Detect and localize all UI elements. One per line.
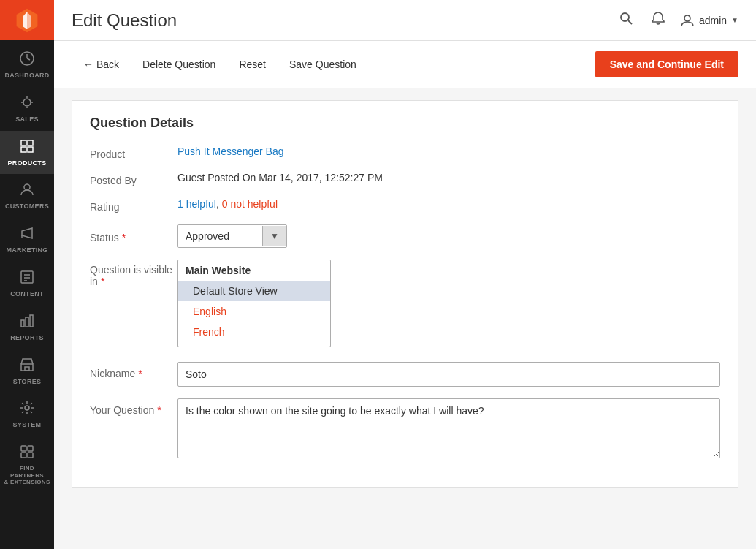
status-select[interactable]: Approved Pending Rejected (178, 225, 262, 247)
sidebar-item-label: SYSTEM (13, 421, 42, 429)
sidebar-item-label: CONTENT (10, 290, 44, 298)
user-icon (680, 13, 695, 28)
reset-button[interactable]: Reset (227, 53, 278, 76)
rating-label: Rating (90, 198, 177, 213)
sidebar-item-content[interactable]: CONTENT (0, 262, 54, 306)
question-field: Is the color shown on the site going to … (177, 398, 720, 461)
svg-rect-15 (25, 367, 29, 371)
sidebar-item-customers[interactable]: CUSTOMERS (0, 174, 54, 218)
svg-point-23 (684, 15, 690, 21)
marketing-icon (19, 225, 35, 243)
sidebar-item-sales[interactable]: SALES (0, 87, 54, 131)
status-row: Status* Approved Pending Rejected ▼ (90, 224, 720, 248)
system-icon (19, 400, 35, 418)
sidebar-item-label: DASHBOARD (4, 72, 49, 80)
svg-point-4 (23, 99, 31, 106)
rating-row: Rating 1 helpful, 0 not helpful (90, 198, 720, 213)
status-field: Approved Pending Rejected ▼ (177, 224, 720, 248)
question-label: Your Question* (90, 398, 177, 416)
sidebar-item-label: STORES (13, 378, 42, 386)
reports-icon (19, 313, 35, 331)
select-arrow-icon: ▼ (262, 226, 286, 246)
sidebar-logo (0, 0, 54, 40)
rating-value: 1 helpful, 0 not helpful (177, 198, 720, 210)
save-continue-button[interactable]: Save and Continue Edit (595, 51, 738, 77)
question-details-section: Question Details Product Push It Messeng… (72, 100, 738, 488)
listbox-item-english[interactable]: English (178, 301, 330, 322)
status-select-wrapper: Approved Pending Rejected ▼ (177, 224, 287, 248)
product-label: Product (90, 145, 177, 160)
visible-in-label: Question is visible in* (90, 260, 177, 287)
posted-by-value: Guest Posted On Mar 14, 2017, 12:52:27 P… (177, 172, 720, 183)
save-question-button[interactable]: Save Question (278, 53, 368, 76)
admin-dropdown-icon: ▼ (731, 16, 738, 24)
visible-in-row: Question is visible in* Main Website Def… (90, 260, 720, 347)
svg-point-21 (621, 13, 629, 21)
nickname-label: Nickname* (90, 362, 177, 379)
svg-rect-17 (21, 446, 26, 451)
nickname-row: Nickname* (90, 362, 720, 387)
search-icon (619, 11, 633, 26)
page-header: Edit Question admin ▼ (54, 0, 756, 41)
search-button[interactable] (616, 8, 636, 32)
sidebar-item-label: SALES (15, 116, 39, 124)
posted-by-row: Posted By Guest Posted On Mar 14, 2017, … (90, 172, 720, 186)
action-toolbar: ← Back Delete Question Reset Save Questi… (54, 41, 756, 88)
question-row: Your Question* Is the color shown on the… (90, 398, 720, 461)
back-button[interactable]: ← Back (72, 53, 131, 76)
section-title: Question Details (90, 116, 720, 131)
products-icon (19, 138, 35, 156)
svg-line-22 (628, 20, 632, 24)
sidebar-item-label: REPORTS (10, 334, 44, 342)
sidebar-item-system[interactable]: SYSTEM (0, 393, 54, 436)
product-value: Push It Messenger Bag (177, 145, 720, 157)
find-partners-icon (19, 444, 35, 462)
visible-in-listbox[interactable]: Main Website Default Store View English … (177, 260, 331, 347)
sidebar-item-reports[interactable]: REPORTS (0, 306, 54, 349)
helpful-count: 1 helpful (177, 198, 216, 210)
listbox-item-default-store-view[interactable]: Default Store View (178, 281, 330, 301)
main-content: Edit Question admin ▼ ← Back Delete Ques… (54, 0, 756, 549)
status-label: Status* (90, 229, 177, 243)
dashboard-icon (19, 50, 35, 69)
product-link[interactable]: Push It Messenger Bag (177, 145, 284, 157)
svg-rect-13 (30, 315, 33, 327)
svg-point-9 (24, 184, 30, 190)
svg-rect-20 (28, 453, 33, 458)
page-content: ← Back Delete Question Reset Save Questi… (54, 41, 756, 549)
page-title: Edit Question (72, 10, 177, 31)
sidebar-item-label: FIND PARTNERS& EXTENSIONS (3, 465, 51, 486)
product-row: Product Push It Messenger Bag (90, 145, 720, 160)
admin-menu[interactable]: admin ▼ (680, 13, 738, 28)
sidebar-item-label: PRODUCTS (8, 159, 47, 167)
delete-question-button[interactable]: Delete Question (131, 53, 227, 76)
stores-icon (19, 357, 35, 375)
status-required: * (122, 232, 126, 243)
notifications-button[interactable] (648, 8, 668, 32)
question-textarea[interactable]: Is the color shown on the site going to … (177, 398, 720, 458)
header-actions: admin ▼ (616, 8, 738, 32)
sales-icon (19, 94, 35, 113)
svg-rect-7 (21, 147, 26, 152)
bell-icon (651, 11, 665, 26)
sidebar-item-marketing[interactable]: MARKETING (0, 218, 54, 262)
sidebar-item-stores[interactable]: STORES (0, 349, 54, 393)
svg-rect-6 (28, 140, 33, 145)
customers-icon (19, 181, 35, 200)
svg-rect-5 (21, 140, 26, 145)
sidebar-item-products[interactable]: PRODUCTS (0, 131, 54, 175)
sidebar-item-dashboard[interactable]: DASHBOARD (0, 43, 54, 87)
admin-label: admin (699, 15, 727, 26)
sidebar-item-label: CUSTOMERS (5, 202, 49, 211)
svg-rect-8 (28, 147, 33, 152)
listbox-item-french[interactable]: French (178, 322, 330, 342)
svg-rect-11 (21, 320, 24, 327)
nickname-input[interactable] (177, 362, 720, 387)
sidebar-item-label: MARKETING (6, 246, 47, 254)
posted-by-label: Posted By (90, 172, 177, 186)
svg-point-16 (25, 406, 29, 410)
content-icon (19, 269, 35, 287)
nickname-field (177, 362, 720, 387)
listbox-group-main-website: Main Website (178, 260, 330, 281)
sidebar-item-find-partners[interactable]: FIND PARTNERS& EXTENSIONS (0, 436, 54, 493)
